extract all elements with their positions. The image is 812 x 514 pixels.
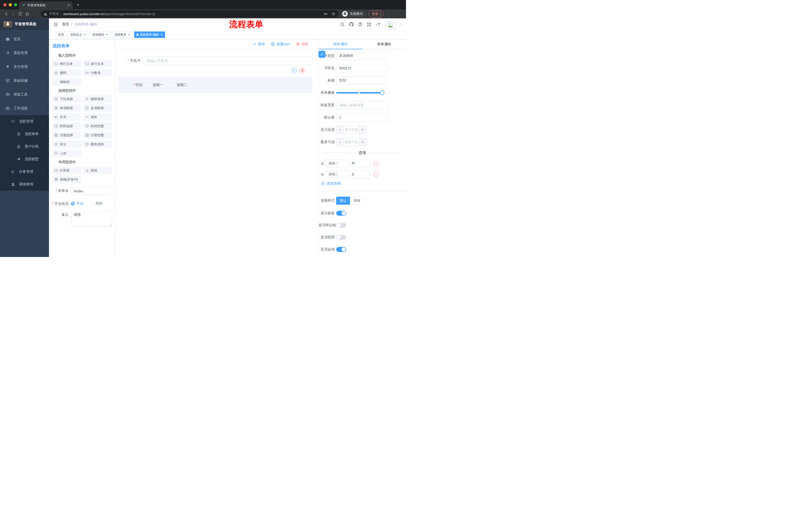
component-item-时间范围[interactable]: 时间范围 — [83, 123, 112, 130]
delete-component-button[interactable] — [299, 67, 305, 74]
phone-input[interactable] — [143, 57, 312, 65]
toggle-switch[interactable] — [336, 235, 346, 240]
component-item-单选框组[interactable]: 单选框组 — [52, 104, 81, 112]
minus-button[interactable]: − — [337, 138, 344, 146]
tab-close-icon[interactable]: × — [127, 33, 130, 36]
window-controls[interactable] — [3, 3, 17, 6]
sidebar-item-流程模型[interactable]: 流程模型 — [0, 153, 49, 165]
sidebar-item-流程管理[interactable]: 流程管理 — [0, 115, 49, 128]
status-radio-on[interactable]: 开启 — [71, 201, 83, 206]
tags-view-tab-流程表单-编辑[interactable]: 流程表单-编辑 × — [134, 31, 165, 38]
toggle-switch[interactable] — [336, 223, 346, 228]
component-item-单行文本[interactable]: 单行文本 — [52, 60, 81, 67]
checkbox[interactable] — [147, 83, 150, 87]
sidebar-item-流程表单[interactable]: 流程表单 — [0, 128, 49, 140]
minimize-window-button[interactable] — [9, 3, 12, 6]
toggle-switch[interactable] — [336, 247, 346, 252]
fullscreen-icon[interactable] — [367, 22, 371, 27]
canvas-field-phone[interactable]: 手机号 — [115, 57, 318, 65]
option-value-input[interactable] — [349, 170, 371, 178]
component-item-评分[interactable]: 评分 — [52, 141, 81, 148]
component-item-时间选择[interactable]: 时间选择 — [52, 123, 81, 130]
chevron-down-icon[interactable] — [400, 23, 403, 26]
new-tab-button[interactable]: ＋ — [75, 1, 81, 7]
component-item-计数器[interactable]: 123 计数器 — [83, 69, 112, 77]
option-style-button[interactable]: 按钮 — [350, 197, 364, 205]
back-icon[interactable] — [2, 10, 9, 17]
address-bar[interactable]: 不安全 dashboard.yudao.iocoder.cn/bpm/manag… — [41, 10, 339, 17]
close-window-button[interactable] — [3, 3, 6, 6]
font-size-icon[interactable]: ᴛT — [376, 22, 381, 26]
tags-view-tab-首页[interactable]: 首页 — [56, 31, 66, 38]
sidebar-item-系统管理[interactable]: 系统管理 — [0, 46, 49, 60]
sidebar-item-支付管理[interactable]: ¥ 支付管理 — [0, 60, 49, 74]
reload-icon[interactable] — [17, 10, 24, 17]
max-select-input[interactable]: 最多可选 — [344, 138, 359, 146]
forward-icon[interactable] — [9, 10, 17, 17]
breadcrumb-home[interactable]: 首页 — [62, 22, 69, 27]
tab-form-props[interactable]: 表单属性 — [362, 39, 406, 49]
component-type-select[interactable]: 多选框组 — [336, 52, 388, 60]
component-item-日期选择[interactable]: 日期选择 — [52, 132, 81, 139]
component-item-上传[interactable]: 上传 — [52, 150, 81, 157]
option-value-input[interactable] — [349, 160, 371, 167]
browser-menu-icon[interactable] — [380, 12, 381, 16]
clear-button[interactable]: 清空 — [296, 42, 308, 47]
tab-close-icon[interactable]: ✕ — [66, 3, 70, 7]
sidebar-item-用户分组[interactable]: 用户分组 — [0, 140, 49, 153]
gender-option-2[interactable]: 选项二 — [171, 83, 187, 87]
key-icon[interactable] — [324, 12, 328, 16]
component-item-下拉选择[interactable]: 下拉选择 — [52, 95, 81, 103]
remove-option-button[interactable]: − — [373, 161, 379, 166]
sidebar-item-任务管理[interactable]: 任务管理 — [0, 165, 49, 178]
component-item-多选框组[interactable]: 多选框组 — [83, 104, 112, 112]
component-item-级联选择[interactable]: 级联选择 — [83, 95, 112, 103]
canvas-field-gender-selected[interactable]: 性别 选项一 选项二 — [118, 77, 312, 93]
plus-button[interactable]: ＋ — [359, 138, 366, 146]
component-item-多行文本[interactable]: 多行文本 — [83, 60, 112, 67]
component-item-颜色选择[interactable]: 颜色选择 — [83, 141, 112, 148]
component-item-密码[interactable]: 密码 — [52, 69, 81, 77]
hamburger-icon[interactable] — [53, 21, 59, 28]
zoom-window-button[interactable] — [14, 3, 17, 6]
option-label-input[interactable] — [326, 170, 347, 178]
tags-view-tab-流程表单[interactable]: 流程表单 × — [112, 31, 133, 38]
component-item-表格[开发中][interactable]: 表格[开发中] — [52, 176, 81, 183]
tab-component-props[interactable]: 组件属性 — [319, 39, 362, 49]
sidebar-item-研发工具[interactable]: 研发工具 — [0, 87, 49, 101]
sidebar-logo[interactable]: 芋道管理系统 — [0, 18, 49, 30]
component-item-行容器[interactable]: 行容器 — [52, 167, 81, 174]
status-radio-off[interactable]: 关闭 — [90, 201, 102, 206]
tags-view-tab-流程模型[interactable]: 流程模型 × — [90, 31, 111, 38]
drag-handle-icon[interactable] — [321, 162, 324, 165]
sidebar-item-首页[interactable]: 首页 — [0, 32, 49, 46]
sidebar-item-工作流程[interactable]: 工作流程 — [0, 101, 49, 115]
add-option-button[interactable]: 添加选项 — [321, 181, 406, 186]
toggle-switch[interactable] — [336, 211, 346, 216]
component-item-开关[interactable]: 开关 — [52, 113, 81, 121]
component-item-编辑器[interactable]: 编辑器 — [52, 78, 81, 85]
save-button[interactable]: 保存 — [253, 42, 265, 47]
gender-option-1[interactable]: 选项一 — [147, 83, 163, 87]
option-label-input[interactable] — [326, 160, 347, 167]
tab-close-icon[interactable]: × — [83, 33, 86, 36]
form-name-input[interactable] — [71, 187, 112, 195]
component-item-日期范围[interactable]: 日期范围 — [83, 132, 112, 139]
help-icon[interactable] — [358, 22, 362, 27]
tags-view-tab-流程定义[interactable]: 流程定义 × — [68, 31, 88, 38]
chevron-down-icon[interactable] — [386, 12, 388, 15]
browser-update-button[interactable]: 更新 — [369, 10, 383, 17]
remove-option-button[interactable]: − — [373, 172, 379, 177]
link-icon[interactable] — [319, 51, 325, 58]
field-name-input[interactable] — [336, 64, 388, 72]
drag-handle-icon[interactable] — [321, 172, 324, 176]
option-style-default[interactable]: 默认 — [336, 197, 350, 205]
label-width-input[interactable] — [336, 101, 388, 109]
remark-textarea[interactable]: 嘿嘿 — [71, 211, 112, 226]
view-json-button[interactable]: 查看json — [271, 42, 290, 47]
checkbox[interactable] — [171, 83, 174, 87]
copy-component-button[interactable] — [291, 67, 297, 74]
sidebar-item-基础设施[interactable]: 基础设施 — [0, 74, 49, 87]
title-input[interactable] — [336, 77, 388, 84]
component-item-按钮[interactable]: 按钮 — [83, 167, 112, 174]
